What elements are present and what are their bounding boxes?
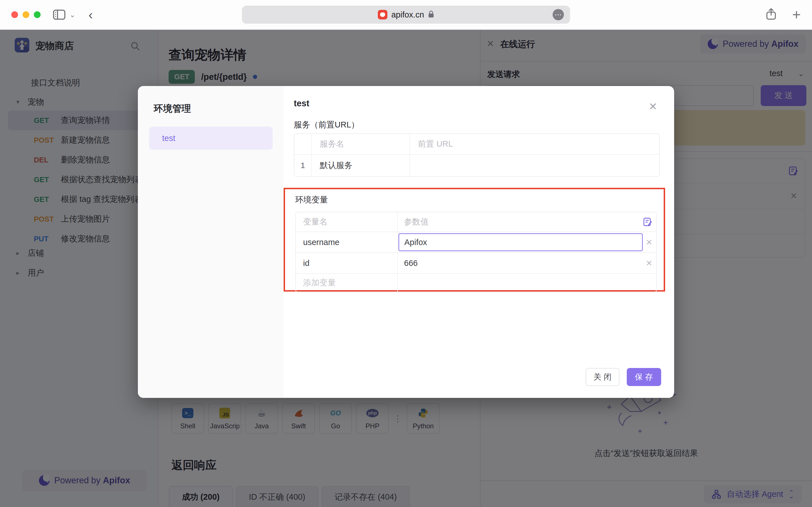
env-var-name[interactable]: username (296, 232, 398, 252)
remove-variable-icon[interactable]: ✕ (646, 253, 652, 273)
env-vars-label: 环境变量 (295, 194, 657, 206)
services-col-url: 前置 URL (410, 134, 659, 154)
sidebar-toggle-icon[interactable] (53, 10, 65, 20)
env-var-row-username: username Apifox ✕ (296, 232, 656, 253)
page-menu-icon[interactable]: ⋯ (553, 9, 564, 20)
chevron-down-icon[interactable]: ⌄ (69, 10, 75, 19)
new-tab-icon[interactable]: + (792, 7, 801, 22)
services-label: 服务（前置URL） (294, 119, 359, 130)
env-var-value[interactable]: 666 (398, 253, 656, 273)
env-col-name: 变量名 (296, 212, 398, 231)
url-text: apifox.cn (391, 10, 424, 19)
close-icon[interactable]: ✕ (649, 101, 657, 113)
add-variable-value-input[interactable] (398, 274, 656, 292)
add-variable-row: 添加变量 (296, 274, 656, 292)
save-button[interactable]: 保 存 (627, 368, 661, 386)
services-col-name: 服务名 (312, 134, 410, 154)
close-button[interactable]: 关 闭 (586, 368, 620, 386)
minimize-window-button[interactable] (22, 11, 29, 18)
bulk-edit-icon[interactable] (643, 212, 652, 231)
env-var-row-id: id 666 ✕ (296, 253, 656, 274)
service-url-cell[interactable] (410, 155, 659, 176)
env-detail-title: test (294, 98, 309, 109)
env-var-value-input[interactable]: Apifox (398, 233, 643, 251)
modal-detail: ✕ test 服务（前置URL） 服务名 前置 URL 1 默认服务 环境变量 (284, 86, 674, 398)
modal-title: 环境管理 (154, 102, 191, 115)
back-button[interactable]: ‹ (89, 8, 93, 21)
environment-manager-modal: 环境管理 test ✕ test 服务（前置URL） 服务名 前置 URL 1 … (138, 86, 674, 398)
apifox-favicon (378, 10, 387, 19)
window-controls (11, 11, 41, 18)
env-vars-table: 变量名 参数值 username Apifox ✕ i (295, 212, 657, 292)
modal-sidebar: 环境管理 test (138, 86, 284, 398)
env-var-name[interactable]: id (296, 253, 398, 273)
close-window-button[interactable] (11, 11, 18, 18)
add-variable-input[interactable]: 添加变量 (296, 274, 398, 292)
browser-toolbar: ⌄ ‹ apifox.cn ⋯ + (0, 0, 812, 30)
address-bar[interactable]: apifox.cn ⋯ (242, 6, 570, 24)
env-col-value: 参数值 (398, 212, 656, 231)
highlighted-region: 环境变量 变量名 参数值 username Apifox (284, 188, 665, 292)
zoom-window-button[interactable] (34, 11, 41, 18)
table-row[interactable]: 1 默认服务 (294, 155, 659, 176)
lock-icon (428, 10, 434, 19)
share-icon[interactable] (766, 8, 776, 21)
remove-variable-icon[interactable]: ✕ (646, 232, 652, 252)
env-list-item-test[interactable]: test (149, 127, 273, 150)
services-table: 服务名 前置 URL 1 默认服务 (294, 133, 660, 177)
page: 宠物商店 接口文档说明 ▾ 宠物 GET 查询宠物详情 POST 新建宠物信息 (0, 30, 812, 507)
